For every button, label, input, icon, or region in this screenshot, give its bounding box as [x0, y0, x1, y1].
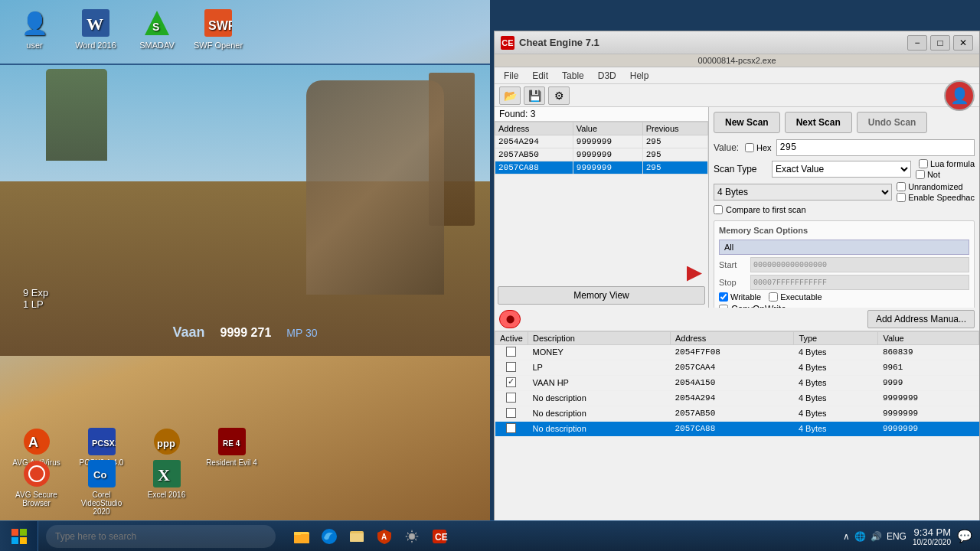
start-input[interactable] — [750, 257, 969, 272]
list-item[interactable]: No description 2054A294 4 Bytes 9999999 — [495, 390, 979, 406]
taskbar-icon-files[interactable] — [291, 526, 312, 547]
executable-check: Executable — [769, 292, 822, 302]
undo-scan-button[interactable]: Undo Scan — [857, 112, 928, 133]
cheat-engine-window: CE Cheat Engine 7.1 − □ ✕ 00000814-pcsx2… — [494, 31, 980, 551]
ce-address-list[interactable]: Active Description Address Type Value MO… — [495, 331, 979, 532]
ce-toolbar: 📂 💾 ⚙ 👤 — [495, 84, 979, 107]
svg-rect-20 — [11, 529, 18, 536]
ce-minimize-btn[interactable]: − — [907, 35, 927, 51]
icon-avg-browser[interactable]: AVG Secure Browser — [8, 458, 65, 516]
toolbar-save-btn[interactable]: 💾 — [524, 86, 545, 105]
ce-window-buttons[interactable]: − □ ✕ — [907, 35, 973, 51]
active-checkbox — [506, 347, 516, 357]
scan-type-select[interactable]: Exact Value Bigger than... Smaller than.… — [772, 161, 911, 178]
unrandomized-checkbox[interactable] — [897, 182, 906, 191]
addr-cell: 2057CAA4 — [671, 360, 794, 375]
table-row[interactable]: 2057AB50 9999999 295 — [495, 148, 708, 161]
toolbar-settings-btn[interactable]: ⚙ — [548, 86, 570, 105]
list-item-selected[interactable]: No description 2057CA88 4 Bytes 9999999 — [495, 421, 979, 436]
active-checkbox — [506, 408, 516, 418]
clock[interactable]: 9:34 PM 10/20/2020 — [913, 527, 951, 546]
toolbar-open-btn[interactable]: 📂 — [499, 86, 521, 105]
desktop-icon-smadav[interactable]: S SMADAV — [130, 8, 184, 50]
not-checkbox[interactable] — [916, 170, 925, 179]
exp-display: 9 Exp 1 LP — [23, 287, 48, 310]
value-input-field[interactable] — [776, 139, 975, 156]
memory-view-button[interactable]: Memory View — [498, 286, 705, 305]
tray-icon-up[interactable]: ∧ — [843, 531, 850, 542]
next-scan-button[interactable]: Next Scan — [785, 112, 852, 133]
new-scan-button[interactable]: New Scan — [714, 112, 780, 133]
taskbar-icon-edge[interactable] — [318, 526, 340, 547]
stop-input[interactable] — [750, 275, 969, 290]
value-label: Value: — [714, 142, 740, 153]
taskbar-icon-ce[interactable]: CE — [429, 526, 450, 547]
ce-app-icon: CE — [501, 36, 514, 50]
value-cell: 9999999 — [878, 390, 979, 406]
start-button[interactable] — [0, 521, 38, 552]
menu-file[interactable]: File — [498, 69, 524, 83]
speedhack-checkbox[interactable] — [897, 193, 906, 202]
type-cell: 4 Bytes — [794, 421, 878, 436]
compare-label: Compare to first scan — [726, 205, 806, 214]
value-cell: 9999999 — [573, 161, 642, 174]
table-row[interactable]: 2054A294 9999999 295 — [495, 135, 708, 148]
value-cell: 9999999 — [573, 148, 642, 161]
writable-checkbox[interactable] — [719, 292, 728, 302]
ce-close-btn[interactable]: ✕ — [953, 35, 973, 51]
stop-button[interactable]: ⬤ — [499, 310, 521, 328]
speedhack-check: Enable Speedhac — [897, 193, 975, 202]
svg-text:CE: CE — [435, 532, 448, 543]
scan-buttons-row: New Scan Next Scan Undo Scan — [714, 112, 975, 133]
icon-excel[interactable]: X Excel 2016 — [138, 458, 195, 516]
table-row-selected[interactable]: 2057CA88 9999999 295 — [495, 161, 708, 174]
list-item[interactable]: LP 2057CAA4 4 Bytes 9961 — [495, 360, 979, 375]
prev-cell: 295 — [642, 148, 707, 161]
svg-rect-29 — [350, 533, 364, 542]
ce-address-table[interactable]: Address Value Previous 2054A294 9999999 … — [495, 122, 708, 265]
desktop-icon-user[interactable]: 👤 user — [8, 8, 61, 50]
not-check-row: Not — [916, 170, 975, 179]
list-item[interactable]: No description 2057AB50 4 Bytes 9999999 — [495, 406, 979, 421]
desktop-icon-user-label: user — [26, 41, 42, 50]
compare-first-checkbox[interactable] — [714, 205, 723, 214]
menu-help[interactable]: Help — [624, 69, 655, 83]
hex-label: Hex — [756, 143, 772, 152]
type-cell: 4 Bytes — [794, 406, 878, 421]
executable-checkbox[interactable] — [769, 292, 778, 302]
col-description: Description — [528, 331, 670, 344]
desktop-icon-swf[interactable]: SWF SWF Opener — [191, 8, 245, 50]
clock-date: 10/20/2020 — [913, 538, 951, 546]
active-checkbox-checked — [506, 377, 516, 387]
lua-not-checks: Lua formula Not — [916, 159, 975, 179]
unrandomized-check: Unrandomized — [897, 182, 975, 191]
list-item[interactable]: MONEY 2054F7F08 4 Bytes 860839 — [495, 344, 979, 360]
lua-formula-checkbox[interactable] — [919, 159, 928, 168]
stop-range-row: Stop — [719, 275, 969, 290]
ce-titlebar: CE Cheat Engine 7.1 − □ ✕ — [495, 31, 979, 54]
game-window: 9 Exp 1 LP Vaan 9999 271 MP 30 — [0, 65, 490, 356]
menu-d3d[interactable]: D3D — [592, 69, 622, 83]
list-item[interactable]: VAAN HP 2054A150 4 Bytes 9999 — [495, 375, 979, 390]
svg-text:S: S — [152, 21, 159, 33]
icon-corel[interactable]: Co Corel VideoStudio 2020 — [73, 458, 130, 516]
menu-table[interactable]: Table — [556, 69, 590, 83]
ce-maximize-btn[interactable]: □ — [930, 35, 950, 51]
active-checkbox — [506, 362, 516, 372]
taskbar-icon-gear[interactable] — [401, 526, 423, 547]
scan-type-label: Scan Type — [714, 164, 767, 174]
value-type-select[interactable]: 4 Bytes Byte 2 Bytes 8 Bytes Float Doubl… — [714, 184, 892, 201]
ce-scan-options: New Scan Next Scan Undo Scan Value: Hex … — [709, 107, 979, 308]
taskbar-icon-shield[interactable]: A — [374, 526, 395, 547]
hex-checkbox[interactable] — [745, 143, 754, 152]
value-cell: 860839 — [878, 344, 979, 360]
notification-icon[interactable]: 💬 — [957, 529, 972, 543]
taskbar-icon-explorer[interactable] — [346, 526, 368, 547]
all-option[interactable]: All — [719, 240, 969, 255]
type-cell: 4 Bytes — [794, 344, 878, 360]
desktop-icon-word[interactable]: W Word 2016 — [69, 8, 122, 50]
menu-edit[interactable]: Edit — [526, 69, 554, 83]
search-input[interactable] — [46, 525, 276, 548]
add-address-button[interactable]: Add Address Manua... — [867, 310, 975, 328]
game-hud: Vaan 9999 271 MP 30 — [0, 324, 490, 341]
